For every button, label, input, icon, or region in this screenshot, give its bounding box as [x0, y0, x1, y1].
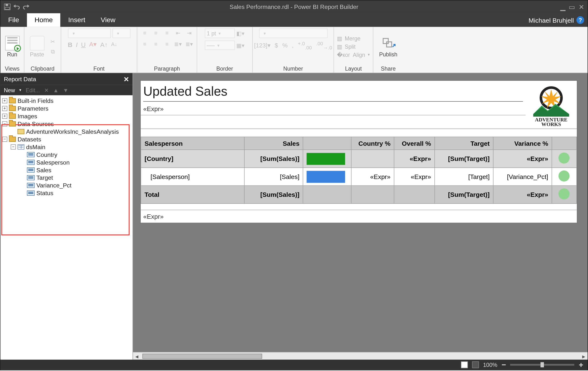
outdent-icon[interactable]: ⇤ [174, 29, 182, 37]
pane-new[interactable]: New [4, 87, 15, 93]
comma-icon[interactable]: , [292, 42, 294, 49]
indent-icon[interactable]: ⇥ [185, 29, 193, 37]
hdr-target[interactable]: Target [435, 137, 493, 150]
tab-insert[interactable]: Insert [61, 13, 93, 27]
tree-parameters[interactable]: +Parameters [1, 105, 132, 112]
align-center-icon[interactable]: ≡ [152, 40, 160, 48]
cell-detail-bar[interactable] [303, 168, 351, 185]
tree-builtin[interactable]: +Built-in Fields [1, 97, 132, 105]
align-bottom-icon[interactable]: ≡ [163, 29, 171, 37]
cell-salesperson[interactable]: [Salesperson] [141, 168, 245, 185]
close-icon[interactable]: ✕ [578, 3, 584, 11]
align-middle-icon[interactable]: ≡ [152, 29, 160, 37]
pane-down-icon[interactable]: ▼ [63, 87, 69, 93]
tree-field-status[interactable]: Status [1, 189, 132, 197]
cell-detail-sales[interactable]: [Sales] [245, 168, 303, 185]
tree-dsmain[interactable]: −dsMain [1, 143, 132, 151]
tab-home[interactable]: Home [27, 13, 61, 27]
border-style-dropdown[interactable]: ──▾ [205, 40, 234, 50]
cell-total-bar[interactable] [303, 185, 351, 203]
cell-total-target[interactable]: [Sum(Target)] [435, 185, 493, 203]
hdr-status[interactable] [552, 137, 577, 150]
cell-country-sales[interactable]: [Sum(Sales)] [245, 150, 303, 167]
cell-country[interactable]: [Country] [141, 150, 245, 167]
logo-image[interactable]: ADVENTURE WORKS [525, 81, 577, 129]
maximize-icon[interactable]: ▭ [569, 3, 575, 11]
border-width-dropdown[interactable]: 1 pt▾ [205, 29, 234, 38]
tree-field-target[interactable]: Target [1, 174, 132, 182]
report-title[interactable]: Updated Sales [143, 84, 227, 98]
hdr-salesperson[interactable]: Salesperson [141, 137, 245, 150]
border-sides-icon[interactable]: ▦▾ [236, 41, 245, 49]
zoom-in-icon[interactable]: + [579, 361, 583, 369]
hdr-variancepct[interactable]: Variance % [493, 137, 552, 150]
cell-detail-opct[interactable]: «Expr» [394, 168, 435, 185]
save-icon[interactable] [4, 3, 10, 10]
design-view-icon[interactable] [461, 361, 468, 368]
font-family-dropdown[interactable]: ▾ [68, 29, 110, 38]
run-button[interactable]: Run [3, 35, 21, 58]
cell-total-cpct[interactable] [351, 185, 394, 203]
underline-icon[interactable]: U [81, 41, 86, 48]
cell-total-var[interactable]: «Expr» [493, 185, 552, 203]
placeholder-format-icon[interactable]: [123]▾ [254, 42, 270, 49]
report-canvas[interactable]: Updated Sales «Expr» ADVENTUR [141, 81, 577, 223]
merge-button[interactable]: ▥Merge [337, 35, 370, 42]
minimize-icon[interactable]: ▁ [560, 3, 565, 11]
hdr-sales[interactable]: Sales [245, 137, 303, 150]
pane-edit[interactable]: Edit... [26, 87, 40, 93]
cell-country-target[interactable]: [Sum(Target)] [435, 150, 493, 167]
bullets-icon[interactable]: ≣▾ [174, 40, 182, 48]
zoom-out-icon[interactable]: − [502, 361, 506, 369]
zoom-level[interactable]: 100% [483, 361, 497, 368]
font-color-icon[interactable]: A▾ [89, 40, 97, 48]
pane-up-icon[interactable]: ▲ [53, 87, 59, 93]
cell-country-var[interactable]: «Expr» [493, 150, 552, 167]
pane-delete-icon[interactable]: ✕ [44, 87, 49, 93]
scroll-left-icon[interactable]: ◂ [133, 353, 141, 360]
border-color-icon[interactable]: ◧▾ [236, 29, 245, 38]
tree-ds-item[interactable]: AdventureWorksInc_SalesAnalysis [1, 128, 132, 135]
report-subtitle-expr[interactable]: «Expr» [141, 103, 525, 115]
paste-button[interactable]: Paste [28, 35, 46, 58]
cut-icon[interactable]: ✂ [49, 37, 57, 46]
cell-detail-status[interactable] [552, 168, 577, 185]
publish-button[interactable]: Publish [378, 35, 399, 58]
increase-decimal-icon[interactable]: +.0.00 [298, 40, 312, 50]
align-right-icon[interactable]: ≡ [163, 40, 171, 48]
cell-total-opct[interactable] [394, 185, 435, 203]
report-footer-expr[interactable]: «Expr» [141, 210, 577, 223]
zoom-slider[interactable] [510, 364, 575, 366]
report-data-tree[interactable]: +Built-in Fields +Parameters +Images −Da… [0, 95, 133, 360]
tree-field-sales[interactable]: Sales [1, 166, 132, 174]
cell-country-bar[interactable] [303, 150, 351, 167]
cell-detail-cpct[interactable]: «Expr» [351, 168, 394, 185]
cell-detail-var[interactable]: [Variance_Pct] [493, 168, 552, 185]
cell-country-status[interactable] [552, 150, 577, 167]
decrease-decimal-icon[interactable]: .00→.0 [316, 40, 332, 50]
cell-country-cpct[interactable] [351, 150, 394, 167]
cell-total-label[interactable]: Total [141, 185, 245, 203]
italic-icon[interactable]: I [76, 41, 77, 48]
print-layout-icon[interactable] [472, 361, 479, 368]
design-surface[interactable]: Updated Sales «Expr» ADVENTUR [133, 73, 588, 360]
pane-close-icon[interactable]: ✕ [124, 75, 129, 83]
cell-total-status[interactable] [552, 185, 577, 203]
shrink-font-icon[interactable]: A↓ [111, 41, 117, 48]
percent-icon[interactable]: % [282, 42, 287, 49]
align-button[interactable]: �когAlign▾ [337, 51, 370, 58]
cell-detail-target[interactable]: [Target] [435, 168, 493, 185]
scroll-right-icon[interactable]: ▸ [580, 353, 588, 360]
cell-country-opct[interactable]: «Expr» [394, 150, 435, 167]
copy-icon[interactable]: ⧉ [49, 47, 57, 56]
redo-icon[interactable] [23, 3, 29, 10]
tree-field-variance[interactable]: Variance_Pct [1, 182, 132, 189]
horizontal-scrollbar[interactable]: ◂ ▸ [133, 352, 588, 360]
tree-datasources[interactable]: −Data Sources [1, 120, 132, 128]
font-size-dropdown[interactable]: ▾ [112, 29, 130, 38]
tree-datasets[interactable]: −Datasets [1, 135, 132, 143]
tree-images[interactable]: +Images [1, 112, 132, 120]
hdr-countrypct[interactable]: Country % [351, 137, 394, 150]
tree-field-salesperson[interactable]: Salesperson [1, 159, 132, 166]
cell-total-sales[interactable]: [Sum(Sales)] [245, 185, 303, 203]
